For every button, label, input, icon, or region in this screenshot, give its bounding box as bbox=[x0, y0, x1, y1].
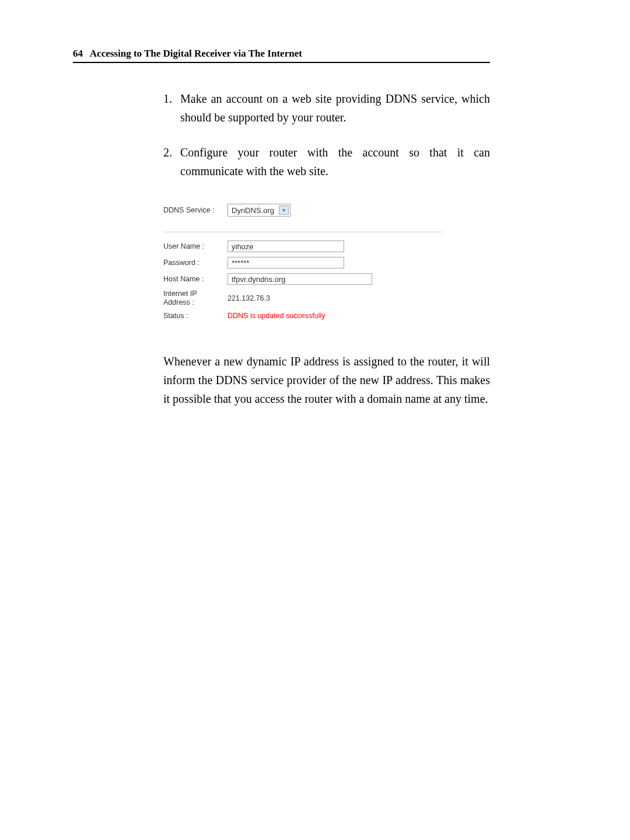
ddns-config-form: DDNS Service : DynDNS.org ▼ User Name : … bbox=[163, 204, 490, 320]
body-paragraph: Whenever a new dynamic IP address is ass… bbox=[163, 352, 490, 408]
page-title: Accessing to The Digital Receiver via Th… bbox=[90, 48, 302, 59]
password-input[interactable] bbox=[228, 257, 344, 269]
list-text-1: Make an account on a web site providing … bbox=[180, 89, 490, 127]
list-number-1: 1. bbox=[163, 89, 172, 127]
status-label: Status : bbox=[163, 312, 228, 320]
ddns-service-value: DynDNS.org bbox=[232, 206, 274, 215]
host-name-label: Host Name : bbox=[163, 275, 228, 283]
ddns-service-select[interactable]: DynDNS.org ▼ bbox=[228, 204, 290, 217]
page-number: 64 bbox=[73, 48, 83, 59]
list-item-2: 2. Configure your router with the accoun… bbox=[163, 143, 490, 180]
list-item-1: 1. Make an account on a web site providi… bbox=[163, 89, 490, 127]
password-label: Password : bbox=[163, 259, 228, 267]
host-name-input[interactable] bbox=[228, 273, 372, 285]
list-number-2: 2. bbox=[163, 143, 172, 180]
user-name-label: User Name : bbox=[163, 242, 228, 250]
page-header: 64 Accessing to The Digital Receiver via… bbox=[73, 48, 490, 63]
status-value: DDNS is updated successfully bbox=[228, 312, 325, 320]
list-text-2: Configure your router with the account s… bbox=[180, 143, 490, 180]
user-name-input[interactable] bbox=[228, 241, 344, 252]
ip-address-value: 221.132.76.3 bbox=[228, 294, 270, 302]
ddns-service-label: DDNS Service : bbox=[163, 206, 228, 214]
ip-address-label: Internet IP Address : bbox=[163, 290, 228, 307]
chevron-down-icon: ▼ bbox=[279, 205, 289, 215]
